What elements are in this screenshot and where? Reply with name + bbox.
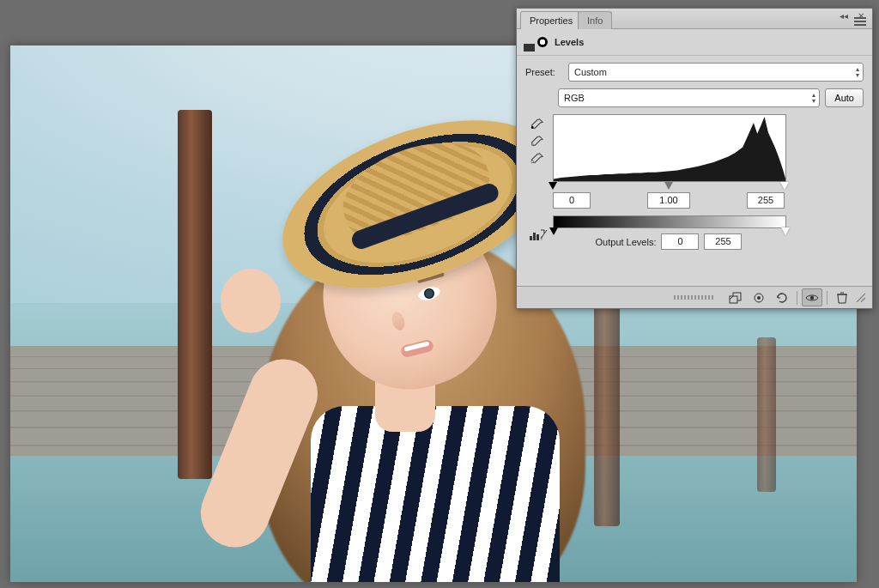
delete-icon[interactable]: [832, 288, 852, 306]
output-white-field[interactable]: 255: [704, 233, 742, 250]
input-mid-field[interactable]: 1.00: [647, 192, 690, 209]
input-black-field[interactable]: 0: [553, 192, 591, 209]
output-black-handle[interactable]: [549, 227, 558, 235]
output-gradient[interactable]: [553, 215, 786, 228]
eyedropper-gray-icon[interactable]: [529, 135, 544, 147]
divider: [797, 291, 797, 305]
channel-row: RGB ▴▾ Auto: [558, 88, 864, 107]
divider: [827, 291, 827, 305]
svg-rect-5: [536, 234, 539, 240]
properties-panel: ◂◂ ✕ Properties Info Levels Preset: Cust…: [516, 8, 873, 309]
svg-rect-3: [530, 236, 532, 240]
clip-to-layer-icon[interactable]: [725, 288, 746, 306]
adjustment-header: Levels: [517, 29, 872, 56]
panel-body: Preset: Custom ▴▾ RGB ▴▾ Auto: [517, 56, 872, 255]
adjustment-title: Levels: [555, 37, 584, 47]
histogram-group: 0 1.00 255 Output Levels: 0 255: [553, 114, 864, 250]
eyedropper-white-icon[interactable]: [529, 152, 544, 164]
reset-icon[interactable]: [772, 288, 792, 306]
svg-rect-4: [533, 233, 536, 240]
input-white-field[interactable]: 255: [747, 192, 785, 209]
svg-rect-8: [730, 296, 737, 303]
collapse-icon[interactable]: ◂◂: [838, 12, 850, 22]
calculate-histogram-icon[interactable]: !: [529, 227, 548, 241]
panel-titlebar[interactable]: ◂◂ ✕ Properties Info: [517, 9, 872, 29]
auto-button[interactable]: Auto: [825, 88, 864, 107]
panel-menu-icon[interactable]: [853, 15, 867, 27]
preset-row: Preset: Custom ▴▾: [525, 63, 864, 82]
visibility-icon[interactable]: [802, 288, 822, 306]
dropdown-caret-icon: ▴▾: [812, 92, 815, 104]
view-previous-icon[interactable]: [749, 288, 769, 306]
output-white-handle[interactable]: [781, 227, 790, 235]
eyedropper-black-icon[interactable]: [529, 118, 544, 130]
panel-footer: [517, 286, 872, 308]
midtone-slider-handle[interactable]: [664, 182, 673, 190]
svg-point-11: [810, 295, 814, 299]
photo-striped-top: [311, 406, 560, 582]
input-levels-slider[interactable]: [553, 182, 785, 192]
photo-post: [178, 110, 212, 479]
channel-value: RGB: [564, 93, 585, 103]
preset-value: Custom: [574, 67, 607, 77]
highlight-slider-handle[interactable]: [780, 182, 789, 190]
input-values-row: 0 1.00 255: [553, 192, 785, 209]
shadow-slider-handle[interactable]: [549, 182, 557, 190]
workspace: ◂◂ ✕ Properties Info Levels Preset: Cust…: [0, 0, 879, 588]
resize-corner-icon[interactable]: [855, 288, 867, 306]
preset-label: Preset:: [525, 67, 563, 77]
svg-point-0: [531, 126, 534, 129]
output-black-field[interactable]: 0: [661, 233, 699, 250]
output-label: Output Levels:: [596, 237, 657, 247]
preset-dropdown[interactable]: Custom ▴▾: [568, 63, 864, 82]
levels-adjustment-icon: [524, 33, 548, 52]
photo-hand: [221, 269, 281, 333]
resize-grip-icon[interactable]: [674, 295, 715, 300]
dropdown-caret-icon: ▴▾: [856, 66, 859, 78]
channel-dropdown[interactable]: RGB ▴▾: [558, 88, 820, 107]
photo-post: [757, 337, 776, 492]
svg-point-1: [531, 143, 534, 146]
tab-info[interactable]: Info: [578, 11, 612, 29]
output-values-row: Output Levels: 0 255: [553, 233, 785, 250]
svg-point-10: [757, 296, 761, 300]
svg-text:!: !: [541, 235, 543, 241]
histogram-chart: [553, 114, 786, 182]
svg-point-2: [531, 161, 534, 163]
tab-properties[interactable]: Properties: [520, 11, 582, 29]
